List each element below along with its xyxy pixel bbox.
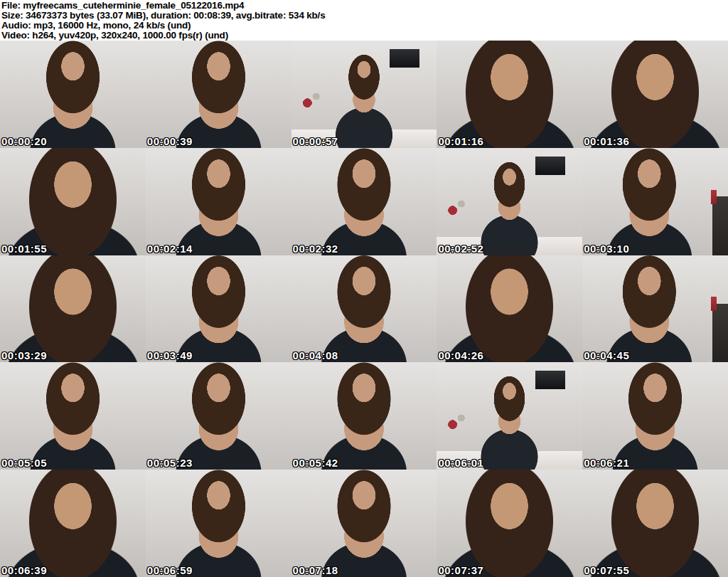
video-thumbnail: 00:07:55: [582, 470, 728, 577]
thumbnail-image-placeholder: [582, 41, 728, 148]
thumbnail-image-placeholder: [146, 41, 291, 148]
thumbnail-image-placeholder: [0, 255, 146, 363]
timestamp-label: 00:02:14: [147, 243, 193, 255]
video-thumbnail: 00:04:45: [582, 255, 728, 363]
thumbnail-image-placeholder: [582, 148, 728, 255]
thumbnail-image-placeholder: [582, 255, 728, 363]
video-thumbnail: 00:02:32: [291, 148, 437, 255]
video-thumbnail: 00:01:36: [582, 41, 728, 148]
thumbnail-image-placeholder: [437, 255, 582, 363]
timestamp-label: 00:00:39: [147, 135, 193, 147]
thumbnail-image-placeholder: [0, 470, 146, 577]
thumbnail-image-placeholder: [291, 255, 437, 363]
video-thumbnail: 00:07:37: [437, 470, 582, 577]
thumbnail-image-placeholder: [0, 41, 146, 148]
video-thumbnail: 00:00:39: [146, 41, 291, 148]
thumbnail-image-placeholder: [437, 362, 582, 470]
timestamp-label: 00:01:36: [584, 135, 629, 147]
timestamp-label: 00:07:18: [293, 564, 338, 576]
thumbnail-image-placeholder: [437, 148, 582, 255]
timestamp-label: 00:05:23: [147, 457, 193, 469]
timestamp-label: 00:04:26: [438, 349, 483, 361]
file-name-line: File: myfreecams_cuteherminie_female_051…: [1, 1, 728, 11]
video-thumbnail: 00:03:49: [146, 255, 291, 363]
timestamp-label: 00:00:57: [293, 135, 338, 147]
video-thumbnail: 00:00:20: [0, 41, 146, 148]
video-thumbnail: 00:04:08: [291, 255, 437, 363]
video-thumbnail: 00:03:29: [0, 255, 146, 363]
file-size-line: Size: 34673373 bytes (33.07 MiB), durati…: [1, 11, 728, 21]
video-thumbnail: 00:03:10: [582, 148, 728, 255]
video-thumbnail: 00:06:39: [0, 470, 146, 577]
thumbnail-image-placeholder: [146, 255, 291, 363]
timestamp-label: 00:06:21: [584, 457, 629, 469]
timestamp-label: 00:03:10: [584, 243, 629, 255]
timestamp-label: 00:00:20: [1, 135, 47, 147]
video-thumbnail: 00:02:14: [146, 148, 291, 255]
timestamp-label: 00:06:01: [438, 457, 483, 469]
timestamp-label: 00:05:42: [293, 457, 338, 469]
thumbnail-image-placeholder: [437, 41, 582, 148]
thumbnail-grid: 00:00:20 00:00:39 00:00:57 00:01:16 00:0…: [0, 41, 728, 577]
thumbnail-image-placeholder: [0, 362, 146, 470]
video-thumbnail: 00:06:21: [582, 362, 728, 470]
video-thumbnail: 00:05:42: [291, 362, 437, 470]
timestamp-label: 00:06:39: [1, 564, 47, 576]
thumbnail-image-placeholder: [291, 470, 437, 577]
media-info-header: File: myfreecams_cuteherminie_female_051…: [0, 0, 728, 41]
timestamp-label: 00:04:45: [584, 349, 629, 361]
timestamp-label: 00:07:37: [438, 564, 483, 576]
timestamp-label: 00:02:52: [438, 243, 483, 255]
timestamp-label: 00:04:08: [293, 349, 338, 361]
timestamp-label: 00:05:05: [1, 457, 47, 469]
thumbnail-contact-sheet: File: myfreecams_cuteherminie_female_051…: [0, 0, 728, 577]
thumbnail-image-placeholder: [437, 470, 582, 577]
thumbnail-image-placeholder: [291, 41, 437, 148]
video-thumbnail: 00:06:59: [146, 470, 291, 577]
thumbnail-image-placeholder: [582, 470, 728, 577]
audio-info-line: Audio: mp3, 16000 Hz, mono, 24 kb/s (und…: [1, 21, 728, 31]
video-thumbnail: 00:06:01: [437, 362, 582, 470]
thumbnail-image-placeholder: [582, 362, 728, 470]
thumbnail-image-placeholder: [146, 362, 291, 470]
video-thumbnail: 00:01:16: [437, 41, 582, 148]
video-thumbnail: 00:05:23: [146, 362, 291, 470]
thumbnail-image-placeholder: [146, 148, 291, 255]
thumbnail-image-placeholder: [0, 148, 146, 255]
timestamp-label: 00:03:49: [147, 349, 193, 361]
thumbnail-image-placeholder: [146, 470, 291, 577]
timestamp-label: 00:01:16: [438, 135, 483, 147]
video-info-line: Video: h264, yuv420p, 320x240, 1000.00 f…: [1, 31, 728, 41]
video-thumbnail: 00:00:57: [291, 41, 437, 148]
timestamp-label: 00:01:55: [1, 243, 47, 255]
video-thumbnail: 00:02:52: [437, 148, 582, 255]
video-thumbnail: 00:05:05: [0, 362, 146, 470]
video-thumbnail: 00:07:18: [291, 470, 437, 577]
timestamp-label: 00:02:32: [293, 243, 338, 255]
video-thumbnail: 00:04:26: [437, 255, 582, 363]
video-thumbnail: 00:01:55: [0, 148, 146, 255]
thumbnail-image-placeholder: [291, 362, 437, 470]
timestamp-label: 00:07:55: [584, 564, 629, 576]
thumbnail-image-placeholder: [291, 148, 437, 255]
timestamp-label: 00:03:29: [1, 349, 47, 361]
timestamp-label: 00:06:59: [147, 564, 193, 576]
